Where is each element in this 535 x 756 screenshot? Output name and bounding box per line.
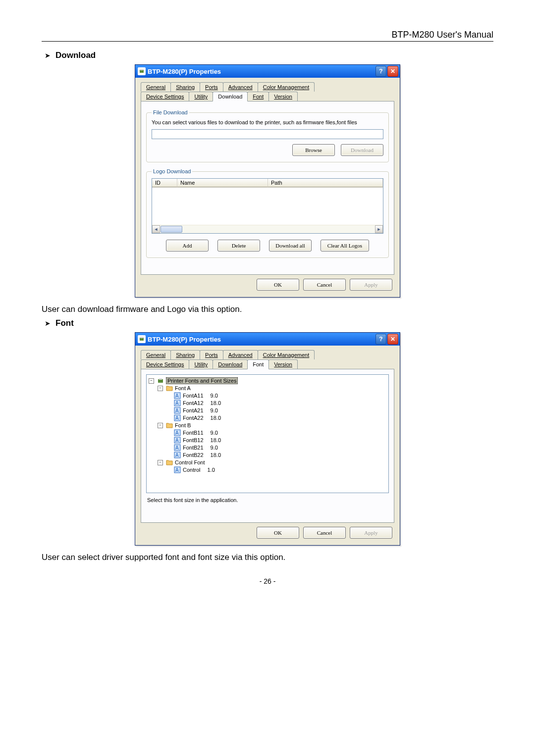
tab-download[interactable]: Download bbox=[213, 359, 248, 369]
svg-text:A: A bbox=[175, 415, 179, 421]
font-tree[interactable]: − Printer Fonts and Font Sizes − bbox=[146, 374, 389, 493]
file-path-input[interactable] bbox=[152, 129, 383, 139]
close-button[interactable]: ✕ bbox=[387, 334, 398, 345]
font-size: 9.0 bbox=[211, 393, 218, 399]
tab-advanced[interactable]: Advanced bbox=[223, 82, 258, 92]
col-path[interactable]: Path bbox=[268, 179, 383, 187]
tab-font[interactable]: Font bbox=[247, 359, 269, 369]
folder-icon bbox=[166, 385, 173, 392]
tree-font-a[interactable]: Font A bbox=[175, 385, 191, 391]
tab-advanced[interactable]: Advanced bbox=[223, 350, 258, 359]
tree-font-item[interactable]: AFontB2218.0 bbox=[166, 452, 386, 458]
tab-general[interactable]: General bbox=[141, 350, 171, 359]
printer-icon bbox=[138, 67, 146, 75]
tab-font[interactable]: Font bbox=[247, 92, 269, 101]
font-properties-dialog: BTP-M280(P) Properties ? ✕ General Shari… bbox=[135, 332, 400, 546]
section-download-heading: Download bbox=[55, 50, 96, 60]
tab-sharing[interactable]: Sharing bbox=[170, 350, 200, 359]
close-button[interactable]: ✕ bbox=[387, 66, 398, 77]
font-name: FontA21 bbox=[183, 407, 204, 413]
tree-font-item[interactable]: AFontA119.0 bbox=[166, 392, 386, 399]
tab-utility[interactable]: Utility bbox=[189, 92, 213, 101]
svg-rect-1 bbox=[140, 69, 143, 70]
section-font-heading: Font bbox=[55, 318, 74, 328]
tree-font-item[interactable]: AFontB219.0 bbox=[166, 444, 386, 451]
font-size: 9.0 bbox=[211, 430, 218, 436]
browse-button[interactable]: Browse bbox=[292, 144, 335, 156]
tab-device-settings[interactable]: Device Settings bbox=[141, 92, 189, 101]
dialog-title: BTP-M280(P) Properties bbox=[148, 68, 375, 75]
font-name: FontB12 bbox=[183, 437, 204, 443]
printer-icon bbox=[138, 335, 146, 343]
logo-list[interactable]: ID Name Path ◄ ► bbox=[152, 178, 383, 234]
ok-button[interactable]: OK bbox=[257, 279, 299, 291]
font-icon: A bbox=[174, 452, 181, 458]
font-name: Control bbox=[183, 467, 200, 473]
collapse-icon[interactable]: − bbox=[158, 423, 163, 428]
scroll-right-icon[interactable]: ► bbox=[375, 225, 383, 233]
tree-font-b[interactable]: Font B bbox=[175, 422, 191, 428]
help-button[interactable]: ? bbox=[375, 66, 386, 77]
printer-icon bbox=[157, 377, 164, 384]
tree-font-item[interactable]: AFontB119.0 bbox=[166, 429, 386, 436]
svg-text:A: A bbox=[175, 445, 179, 451]
collapse-icon[interactable]: − bbox=[158, 386, 163, 391]
download-button[interactable]: Download bbox=[341, 144, 383, 156]
tab-utility[interactable]: Utility bbox=[189, 359, 213, 369]
clear-all-logos-button[interactable]: Clear All Logos bbox=[321, 240, 369, 252]
font-desc-text: User can select driver supported font an… bbox=[42, 553, 493, 562]
tabs-row-1: General Sharing Ports Advanced Color Man… bbox=[141, 82, 394, 101]
tab-device-settings[interactable]: Device Settings bbox=[141, 359, 189, 369]
download-all-button[interactable]: Download all bbox=[269, 240, 312, 252]
horizontal-scrollbar[interactable]: ◄ ► bbox=[152, 225, 383, 233]
bullet-arrow-icon: ➤ bbox=[45, 51, 51, 59]
collapse-icon[interactable]: − bbox=[149, 378, 154, 384]
file-download-desc: You can select various files to download… bbox=[152, 119, 383, 125]
apply-button[interactable]: Apply bbox=[350, 527, 392, 539]
list-header: ID Name Path bbox=[152, 179, 383, 188]
tree-font-item[interactable]: AFontA219.0 bbox=[166, 407, 386, 414]
folder-icon bbox=[166, 422, 173, 429]
scroll-left-icon[interactable]: ◄ bbox=[152, 225, 160, 233]
font-icon: A bbox=[174, 407, 181, 414]
cancel-button[interactable]: Cancel bbox=[303, 279, 346, 291]
font-icon: A bbox=[174, 392, 181, 399]
tree-root[interactable]: Printer Fonts and Font Sizes bbox=[166, 377, 238, 384]
help-button[interactable]: ? bbox=[375, 334, 386, 345]
titlebar: BTP-M280(P) Properties ? ✕ bbox=[135, 65, 400, 78]
font-icon: A bbox=[174, 400, 181, 406]
col-id[interactable]: ID bbox=[152, 179, 177, 187]
ok-button[interactable]: OK bbox=[257, 527, 299, 539]
logo-download-group: Logo Download ID Name Path ◄ ► bbox=[146, 168, 389, 258]
font-name: FontB22 bbox=[183, 452, 204, 458]
file-download-legend: File Download bbox=[152, 109, 189, 115]
tree-font-item[interactable]: AFontA1218.0 bbox=[166, 400, 386, 406]
logo-download-legend: Logo Download bbox=[152, 168, 192, 174]
tab-download[interactable]: Download bbox=[213, 92, 248, 101]
tree-font-item[interactable]: AFontB1218.0 bbox=[166, 437, 386, 444]
collapse-icon[interactable]: − bbox=[158, 460, 163, 465]
col-name[interactable]: Name bbox=[177, 179, 268, 187]
tab-general[interactable]: General bbox=[141, 82, 171, 92]
tab-version[interactable]: Version bbox=[268, 92, 298, 101]
tab-ports[interactable]: Ports bbox=[200, 82, 223, 92]
font-size: 18.0 bbox=[211, 437, 221, 443]
add-button[interactable]: Add bbox=[166, 240, 209, 252]
tree-font-item[interactable]: AFontA2218.0 bbox=[166, 414, 386, 421]
tree-control-font[interactable]: Control Font bbox=[175, 459, 205, 465]
tab-color-management[interactable]: Color Management bbox=[258, 82, 315, 92]
font-icon: A bbox=[174, 414, 181, 421]
file-download-group: File Download You can select various fil… bbox=[146, 109, 389, 162]
tab-sharing[interactable]: Sharing bbox=[170, 82, 200, 92]
tree-font-item[interactable]: AControl1.0 bbox=[166, 466, 386, 473]
tab-version[interactable]: Version bbox=[268, 359, 298, 369]
tab-color-management[interactable]: Color Management bbox=[258, 350, 315, 359]
tab-ports[interactable]: Ports bbox=[200, 350, 223, 359]
cancel-button[interactable]: Cancel bbox=[303, 527, 346, 539]
delete-button[interactable]: Delete bbox=[217, 240, 260, 252]
folder-icon bbox=[166, 459, 173, 466]
apply-button[interactable]: Apply bbox=[350, 279, 392, 291]
titlebar: BTP-M280(P) Properties ? ✕ bbox=[135, 333, 400, 346]
scroll-thumb[interactable] bbox=[160, 226, 182, 233]
svg-text:A: A bbox=[175, 438, 179, 443]
